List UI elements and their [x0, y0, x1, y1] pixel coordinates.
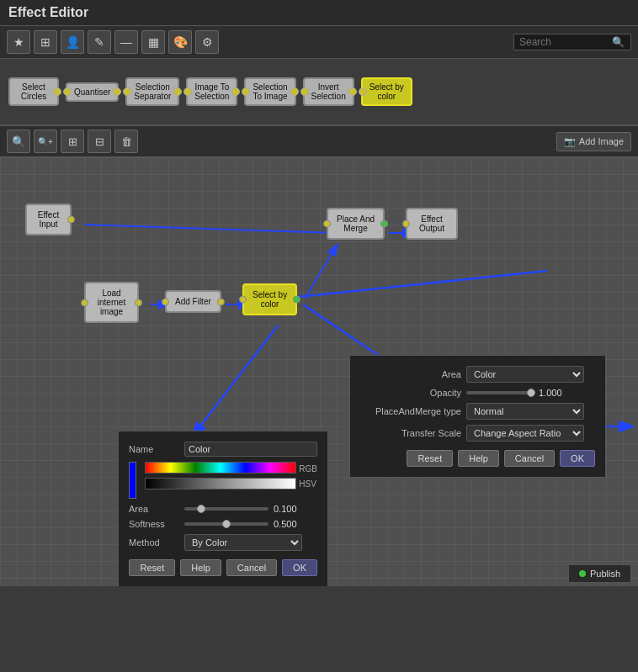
- name-label: Name: [129, 444, 179, 454]
- toolbar-edit-icon[interactable]: ✎: [88, 30, 111, 54]
- publish-button[interactable]: Publish: [568, 564, 631, 583]
- toolbar-grid-icon[interactable]: ⊞: [34, 30, 57, 54]
- node-label-add-filter: Add Filter: [175, 297, 211, 306]
- method-label: Method: [129, 537, 179, 548]
- node-label-select-by-color: Select bycolor: [253, 290, 287, 309]
- title-bar: Effect Editor: [0, 0, 638, 26]
- pm-area-select[interactable]: Color Alpha All: [466, 366, 584, 383]
- svg-line-5: [282, 271, 547, 299]
- pm-area-row: Area Color Alpha All: [360, 366, 595, 383]
- method-row: Method By Color By Hue By Saturation: [129, 534, 317, 551]
- canvas-node-effect-input[interactable]: EffectInput: [25, 204, 72, 235]
- search-icon: 🔍: [612, 36, 625, 48]
- palette-node-invert-selection[interactable]: InvertSelection: [303, 77, 354, 106]
- search-input[interactable]: [519, 36, 612, 48]
- name-input[interactable]: [184, 442, 317, 457]
- pm-help-button[interactable]: Help: [458, 450, 499, 467]
- toolbar-paint-icon[interactable]: 🎨: [168, 30, 192, 54]
- toolbar-film-icon[interactable]: ▦: [141, 30, 165, 54]
- palette-node-select-circles[interactable]: SelectCircles: [8, 77, 59, 106]
- node-label-load-internet: Loadinternetimage: [98, 288, 125, 316]
- dialog-color-buttons: Reset Help Cancel OK: [129, 559, 317, 576]
- pm-opacity-slider[interactable]: [466, 391, 534, 394]
- color-help-button[interactable]: Help: [180, 559, 221, 576]
- svg-line-3: [305, 246, 337, 299]
- add-image-label: Add Image: [579, 136, 624, 146]
- pm-opacity-label: Opacity: [360, 388, 461, 398]
- canvas-node-place-and-merge[interactable]: Place AndMerge: [327, 208, 385, 240]
- canvas-node-add-filter[interactable]: Add Filter: [165, 290, 221, 313]
- toolbar-dash-icon[interactable]: —: [114, 30, 138, 54]
- zoom-in-btn[interactable]: 🔍+: [34, 130, 57, 153]
- area-slider[interactable]: [184, 507, 268, 511]
- add-image-button[interactable]: 📷 Add Image: [556, 132, 631, 151]
- color-reset-button[interactable]: Reset: [129, 559, 175, 576]
- pm-scale-select[interactable]: Change Aspect Ratio Stretch Crop: [466, 425, 584, 442]
- area-label-color: Area: [129, 504, 179, 514]
- node-palette: SelectCircles Quantiser SelectionSeparat…: [0, 59, 638, 126]
- node-label-place-and-merge: Place AndMerge: [337, 214, 375, 233]
- dialog-select-by-color: Name RGB HSV Area 0.100: [118, 431, 328, 586]
- hsv-label: HSV: [299, 479, 316, 489]
- canvas-toolbar: 🔍 🔍+ ⊞ ⊟ 🗑 📷 Add Image: [0, 126, 638, 157]
- color-preview[interactable]: [129, 462, 136, 499]
- rgb-label: RGB: [299, 464, 317, 474]
- fit-btn[interactable]: ⊞: [61, 130, 84, 153]
- palette-node-quantiser[interactable]: Quantiser: [66, 82, 119, 102]
- pm-scale-label: Transfer Scale: [360, 428, 461, 438]
- softness-label: Softness: [129, 519, 179, 529]
- palette-node-selection-to-image[interactable]: SelectionTo Image: [244, 77, 295, 106]
- dialog-pm-buttons: Reset Help Cancel OK: [360, 450, 595, 467]
- bottom-bar: Publish: [561, 561, 638, 586]
- zoom-out-btn[interactable]: 🔍: [7, 130, 30, 153]
- canvas-area[interactable]: EffectInput Loadinternetimage Add Filter…: [0, 157, 638, 586]
- pm-scale-row: Transfer Scale Change Aspect Ratio Stret…: [360, 425, 595, 442]
- toolbar-star-icon[interactable]: ★: [7, 30, 30, 54]
- area-value: 0.100: [274, 504, 303, 514]
- pm-type-select[interactable]: Normal Multiply Screen Overlay: [466, 403, 584, 420]
- color-cancel-button[interactable]: Cancel: [226, 559, 277, 576]
- color-bars: RGB HSV: [145, 462, 317, 489]
- canvas-node-load-internet[interactable]: Loadinternetimage: [84, 282, 139, 323]
- svg-line-6: [194, 325, 278, 435]
- method-select[interactable]: By Color By Hue By Saturation: [184, 534, 302, 551]
- node-label-effect-output: EffectOutput: [419, 214, 444, 233]
- palette-node-image-to-selection[interactable]: Image ToSelection: [186, 77, 237, 106]
- pm-area-label: Area: [360, 369, 461, 379]
- canvas-node-effect-output[interactable]: EffectOutput: [406, 208, 458, 240]
- color-picker-row: RGB HSV: [129, 462, 317, 499]
- palette-node-selection-separator[interactable]: SelectionSeparator: [125, 77, 179, 106]
- palette-node-select-by-color[interactable]: Select bycolor: [361, 77, 412, 106]
- pm-cancel-button[interactable]: Cancel: [504, 450, 555, 467]
- color-ok-button[interactable]: OK: [282, 559, 317, 576]
- pm-reset-button[interactable]: Reset: [407, 450, 453, 467]
- toolbar-settings-icon[interactable]: ⚙: [195, 30, 219, 54]
- pm-type-row: PlaceAndMerge type Normal Multiply Scree…: [360, 403, 595, 420]
- collapse-btn[interactable]: ⊟: [88, 130, 111, 153]
- publish-dot: [579, 570, 586, 577]
- hsv-bar[interactable]: [145, 478, 296, 489]
- dialog-name-row: Name: [129, 442, 317, 457]
- main-toolbar: ★ ⊞ 👤 ✎ — ▦ 🎨 ⚙ 🔍: [0, 26, 638, 59]
- dialog-place-and-merge: Area Color Alpha All Opacity 1.000 Place…: [349, 355, 606, 478]
- svg-line-0: [84, 225, 337, 233]
- toolbar-user-icon[interactable]: 👤: [61, 30, 84, 54]
- pm-ok-button[interactable]: OK: [560, 450, 595, 467]
- softness-slider[interactable]: [184, 522, 268, 526]
- area-row: Area 0.100: [129, 504, 317, 514]
- add-image-icon: 📷: [564, 136, 576, 147]
- node-label-effect-input: EffectInput: [38, 210, 59, 229]
- softness-row: Softness 0.500: [129, 519, 317, 529]
- softness-value: 0.500: [274, 519, 303, 529]
- rgb-bar[interactable]: [145, 462, 296, 474]
- delete-btn[interactable]: 🗑: [114, 130, 138, 153]
- search-box: 🔍: [513, 34, 631, 50]
- pm-opacity-row: Opacity 1.000: [360, 388, 595, 398]
- pm-opacity-value: 1.000: [539, 388, 568, 398]
- canvas-node-select-by-color[interactable]: Select bycolor: [242, 283, 297, 315]
- app-title: Effect Editor: [8, 5, 88, 19]
- publish-label: Publish: [590, 569, 620, 579]
- pm-type-label: PlaceAndMerge type: [360, 406, 461, 416]
